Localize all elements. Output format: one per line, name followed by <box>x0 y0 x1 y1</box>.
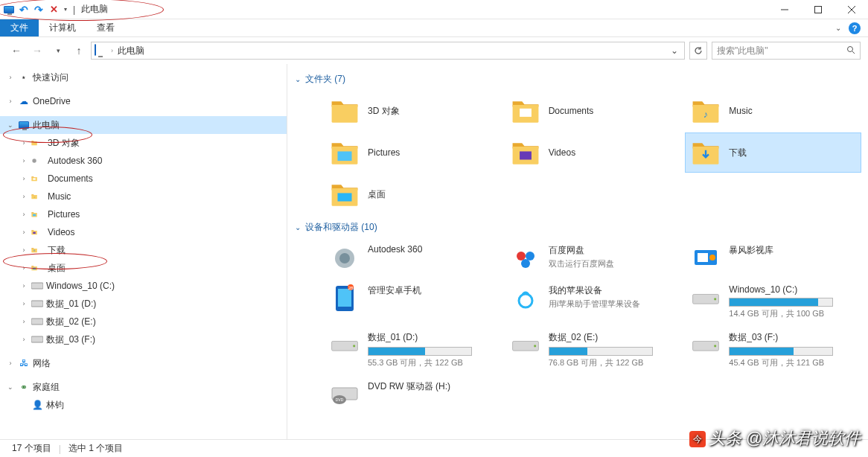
chevron-right-icon[interactable]: › <box>19 299 28 308</box>
svg-point-39 <box>534 345 536 347</box>
folder-icon <box>511 97 540 125</box>
tree-this-pc[interactable]: ⌄ 此电脑 <box>0 116 287 134</box>
chevron-right-icon[interactable]: › <box>6 73 15 82</box>
device-icon: 28 <box>331 284 359 313</box>
redo-icon[interactable]: ↷ <box>33 4 45 16</box>
tree-item[interactable]: ›数据_02 (E:) <box>0 313 287 330</box>
close-button[interactable] <box>835 0 868 19</box>
ribbon-view-tab[interactable]: 查看 <box>86 19 125 36</box>
address-bar[interactable]: › 此电脑 ⌄ <box>91 42 685 60</box>
chevron-right-icon[interactable]: › <box>19 335 28 344</box>
svg-rect-18 <box>338 151 352 161</box>
qat-dropdown-icon[interactable]: ▾ <box>64 6 67 13</box>
tree-item[interactable]: › Documents <box>0 170 287 188</box>
ribbon-file-tab[interactable]: 文件 <box>0 19 39 36</box>
tree-label: Windows_10 (C:) <box>46 281 115 291</box>
device-tile[interactable]: 28管理安卓手机 <box>325 280 500 324</box>
search-placeholder: 搜索"此电脑" <box>717 45 768 57</box>
svg-rect-12 <box>31 283 43 289</box>
tree-user[interactable]: › 👤 林钧 <box>0 396 287 414</box>
maximize-button[interactable] <box>801 0 835 19</box>
tree-homegroup[interactable]: ⌄ ⚭ 家庭组 <box>0 378 287 396</box>
minimize-button[interactable] <box>768 0 801 19</box>
tree-label: 数据_02 (E:) <box>46 316 96 328</box>
chevron-right-icon[interactable]: › <box>19 263 28 272</box>
device-name: 数据_01 (D:) <box>368 331 494 344</box>
svg-text:28: 28 <box>348 286 354 290</box>
chevron-right-icon[interactable]: › <box>19 138 28 147</box>
device-tile[interactable]: Autodesk 360 <box>325 240 500 277</box>
section-devices-header[interactable]: ⌄ 设备和驱动器 (10) <box>295 221 861 234</box>
tree-item[interactable]: › 3D 对象 <box>0 134 287 152</box>
address-row: ← → ▾ ↑ › 此电脑 ⌄ 搜索"此电脑" <box>0 37 868 64</box>
nav-back-button[interactable]: ← <box>7 42 25 60</box>
chevron-right-icon[interactable]: › <box>19 210 28 219</box>
refresh-button[interactable] <box>689 42 707 60</box>
help-icon[interactable]: ? <box>849 22 861 34</box>
chevron-right-icon[interactable]: › <box>19 228 28 237</box>
address-dropdown-icon[interactable]: ⌄ <box>668 45 681 56</box>
device-tile[interactable]: 百度网盘双击运行百度网盘 <box>505 240 680 277</box>
chevron-right-icon[interactable]: › <box>6 359 15 368</box>
tree-item[interactable]: › 桌面 <box>0 259 287 277</box>
tree-onedrive[interactable]: › ☁ OneDrive <box>0 92 287 110</box>
folder-tile[interactable]: 桌面 <box>325 175 500 214</box>
folder-tile[interactable]: Documents <box>505 92 680 130</box>
tree-item[interactable]: ›Windows_10 (C:) <box>0 277 287 295</box>
folder-icon <box>692 138 720 167</box>
device-tile[interactable]: 数据_01 (D:)55.3 GB 可用，共 122 GB <box>325 327 500 373</box>
tree-item[interactable]: › ♪ Music <box>0 188 287 205</box>
tree-network[interactable]: › 🖧 网络 <box>0 354 287 372</box>
chevron-right-icon[interactable]: › <box>19 174 28 183</box>
folder-icon: ♪ <box>31 194 37 199</box>
chevron-right-icon[interactable]: › <box>19 156 28 165</box>
nav-history-dropdown[interactable]: ▾ <box>49 42 67 60</box>
device-tile[interactable]: 我的苹果设备用i苹果助手管理苹果设备 <box>505 280 680 324</box>
tree-item[interactable]: ›数据_03 (F:) <box>0 330 287 348</box>
folder-tile[interactable]: ♪ Music <box>686 92 861 130</box>
device-tile[interactable]: DVDDVD RW 驱动器 (H:) <box>325 376 500 413</box>
chevron-right-icon[interactable]: › <box>19 281 28 290</box>
svg-line-5 <box>852 51 855 54</box>
nav-up-button[interactable]: ↑ <box>70 42 88 60</box>
folder-tile[interactable]: Pictures <box>325 133 500 172</box>
device-tile[interactable]: 数据_02 (E:)76.8 GB 可用，共 122 GB <box>505 327 680 373</box>
chevron-right-icon[interactable]: › <box>19 317 28 326</box>
folder-tile[interactable]: 3D 对象 <box>325 92 500 130</box>
device-icon <box>331 244 359 272</box>
tree-label: 下载 <box>48 244 66 257</box>
folder-tile[interactable]: 下载 <box>686 133 861 172</box>
device-icon <box>511 244 540 272</box>
chevron-down-icon[interactable]: ⌄ <box>6 121 15 130</box>
tree-item[interactable]: ›Autodesk 360 <box>0 152 287 170</box>
device-name: DVD RW 驱动器 (H:) <box>368 380 494 393</box>
tree-item[interactable]: › 下载 <box>0 241 287 259</box>
section-folders-header[interactable]: ⌄ 文件夹 (7) <box>295 73 861 86</box>
breadcrumb[interactable]: 此电脑 <box>118 45 144 57</box>
svg-rect-13 <box>31 301 43 307</box>
chevron-right-icon[interactable]: › <box>19 192 28 201</box>
tree-quick-access[interactable]: › ⋆ 快速访问 <box>0 68 287 86</box>
undo-icon[interactable]: ↶ <box>18 4 30 16</box>
star-icon: ⋆ <box>18 71 30 83</box>
device-tile[interactable]: Windows_10 (C:)14.4 GB 可用，共 100 GB <box>686 280 861 324</box>
delete-icon[interactable]: ✕ <box>48 4 60 16</box>
chevron-right-icon[interactable]: › <box>6 97 15 106</box>
pc-icon <box>3 4 15 16</box>
device-tile[interactable]: 数据_03 (F:)45.4 GB 可用，共 121 GB <box>686 327 861 373</box>
crumb-chevron-icon[interactable]: › <box>111 47 113 54</box>
ribbon-expand-icon[interactable]: ⌄ <box>835 24 841 32</box>
tree-item[interactable]: ›数据_01 (D:) <box>0 295 287 313</box>
tree-item[interactable]: › Videos <box>0 223 287 241</box>
ribbon-computer-tab[interactable]: 计算机 <box>39 19 86 36</box>
folder-tile[interactable]: Videos <box>505 133 680 172</box>
chevron-down-icon[interactable]: ⌄ <box>6 383 15 392</box>
folder-icon <box>31 211 37 217</box>
chevron-right-icon[interactable]: › <box>19 246 28 255</box>
search-box[interactable]: 搜索"此电脑" <box>712 42 861 60</box>
device-tile[interactable]: 暴风影视库 <box>686 240 861 277</box>
tree-item[interactable]: › Pictures <box>0 205 287 223</box>
device-name: 数据_03 (F:) <box>729 331 855 344</box>
nav-forward-button[interactable]: → <box>28 42 46 60</box>
device-name: 数据_02 (E:) <box>549 331 674 344</box>
